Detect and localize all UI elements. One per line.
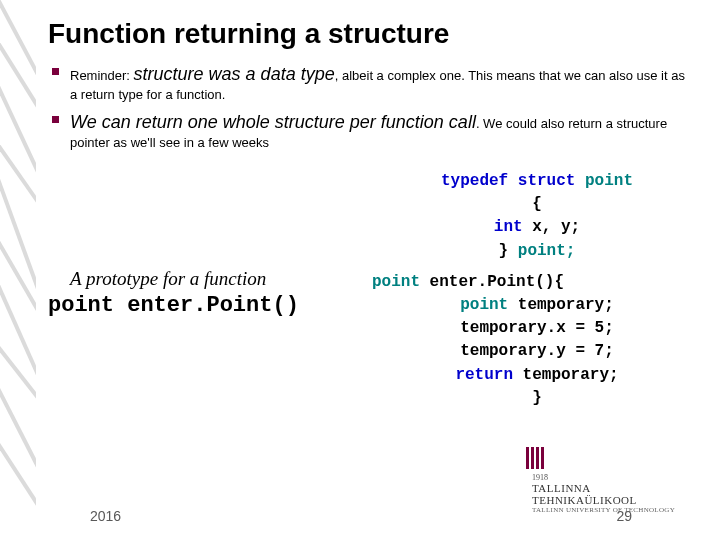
- code-token: point: [460, 296, 518, 314]
- decorative-stripes: [0, 0, 36, 540]
- footer-year: 2016: [90, 508, 121, 524]
- code-token: temporary.y: [460, 342, 575, 360]
- code-token: enter.Point(){: [430, 273, 564, 291]
- prototype-caption: A prototype for a function: [70, 268, 266, 290]
- code-token: point;: [518, 242, 576, 260]
- code-token: }: [499, 242, 518, 260]
- logo-line1: TALLINNA TEHNIKAÜLIKOOL: [532, 482, 696, 506]
- logo-year: 1918: [532, 473, 696, 482]
- university-logo: 1918 TALLINNA TEHNIKAÜLIKOOL TALLINN UNI…: [526, 447, 696, 514]
- code-token: {: [532, 195, 542, 213]
- code-token: temporary;: [518, 296, 614, 314]
- code-token: x, y;: [532, 218, 580, 236]
- logo-bars-icon: [526, 447, 546, 473]
- footer-page-number: 29: [616, 508, 632, 524]
- code-token: return: [455, 366, 522, 384]
- bullet-text-pre: Reminder:: [70, 68, 134, 83]
- bullet-list: Reminder: structure was a data type, alb…: [52, 62, 692, 158]
- code-token: temporary;: [523, 366, 619, 384]
- code-token: typedef struct: [441, 172, 585, 190]
- code-token: temporary.x: [460, 319, 575, 337]
- bullet-text-emph: We can return one whole structure per fu…: [70, 112, 476, 132]
- code-block: typedef struct point { int x, y; } point…: [372, 170, 702, 410]
- code-token: }: [532, 389, 542, 407]
- logo-line2: TALLINN UNIVERSITY OF TECHNOLOGY: [532, 506, 696, 514]
- code-token: point: [372, 273, 430, 291]
- bullet-item: Reminder: structure was a data type, alb…: [52, 62, 692, 104]
- bullet-text-emph: structure was a data type: [134, 64, 335, 84]
- code-token: int: [494, 218, 532, 236]
- code-token: point: [585, 172, 633, 190]
- slide-title: Function returning a structure: [48, 18, 449, 50]
- code-token: = 5;: [575, 319, 613, 337]
- bullet-item: We can return one whole structure per fu…: [52, 110, 692, 152]
- prototype-code: point enter.Point(): [48, 293, 299, 318]
- code-token: = 7;: [575, 342, 613, 360]
